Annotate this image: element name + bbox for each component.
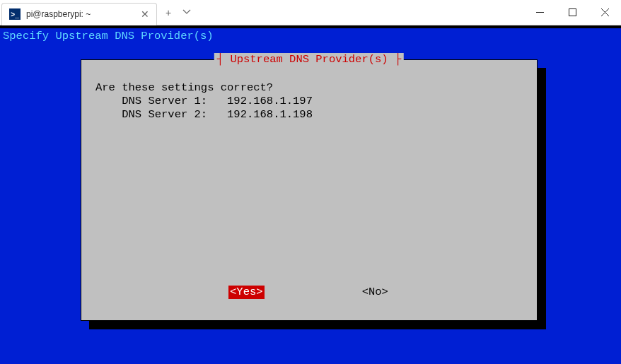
minimize-button[interactable]: [523, 0, 556, 25]
dns-row-2-value: 192.168.1.198: [227, 108, 313, 121]
tab-dropdown-button[interactable]: [182, 7, 191, 18]
new-tab-button[interactable]: +: [166, 7, 171, 18]
dialog-content: Are these settings correct? DNS Server 1…: [81, 60, 537, 122]
no-button[interactable]: <No>: [361, 286, 390, 299]
close-button[interactable]: [588, 0, 621, 25]
svg-rect-1: [569, 9, 576, 16]
tab-title: pi@raspberypi: ~: [26, 9, 135, 19]
dialog-prompt: Are these settings correct?: [95, 81, 273, 94]
window-controls: [523, 0, 621, 25]
dialog-title: ┤ Upstream DNS Provider(s) ├: [214, 53, 404, 66]
tab-actions: +: [166, 7, 191, 18]
yes-button[interactable]: <Yes>: [228, 286, 265, 299]
dns-row-1-label: DNS Server 1:: [122, 95, 207, 107]
dialog-buttons: <Yes> <No>: [81, 286, 537, 299]
maximize-button[interactable]: [556, 0, 588, 25]
dialog-wrapper: ┤ Upstream DNS Provider(s) ├ Are these s…: [81, 59, 538, 321]
confirmation-dialog: ┤ Upstream DNS Provider(s) ├ Are these s…: [81, 59, 538, 321]
tab-close-button[interactable]: ✕: [141, 8, 149, 20]
screen-title: Specify Upstream DNS Provider(s): [0, 28, 621, 45]
dns-row-1-value: 192.168.1.197: [227, 95, 313, 107]
powershell-icon: >_: [9, 8, 21, 20]
dns-row-2-label: DNS Server 2:: [122, 108, 207, 121]
terminal-tab[interactable]: >_ pi@raspberypi: ~ ✕: [1, 3, 157, 25]
terminal-area[interactable]: Specify Upstream DNS Provider(s) ┤ Upstr…: [0, 25, 621, 364]
window-titlebar: >_ pi@raspberypi: ~ ✕ +: [0, 0, 621, 25]
